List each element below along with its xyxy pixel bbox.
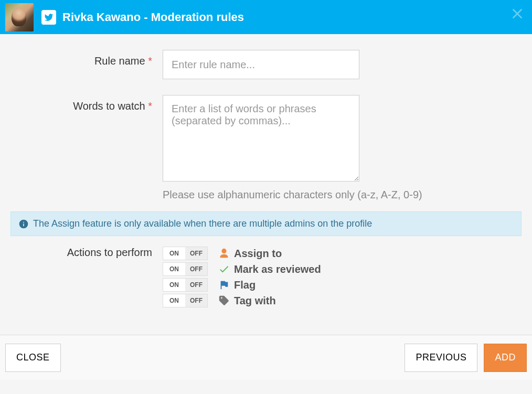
toggle-assign[interactable]: ON OFF [163,247,208,260]
required-asterisk: * [148,100,152,112]
toggle-off[interactable]: OFF [185,279,207,291]
close-icon[interactable] [509,5,526,22]
modal-header: Rivka Kawano - Moderation rules [0,0,532,34]
tag-icon [217,295,231,306]
actions-label: Actions to perform [10,246,163,308]
action-reviewed-label: Mark as reviewed [234,263,321,275]
toggle-tag[interactable]: ON OFF [163,294,208,307]
close-button[interactable]: CLOSE [5,344,61,372]
check-icon [217,263,231,275]
user-icon [217,248,231,259]
words-to-watch-label-text: Words to watch [73,100,145,112]
words-to-watch-input[interactable] [163,95,359,182]
rule-name-input[interactable] [163,50,359,79]
flag-icon [217,279,231,291]
rule-name-label: Rule name * [10,50,163,79]
modal-footer: CLOSE PREVIOUS ADD [0,335,532,380]
action-assign-label: Assign to [234,248,282,260]
modal-title: Rivka Kawano - Moderation rules [62,10,244,24]
twitter-icon [41,10,56,25]
toggle-flag[interactable]: ON OFF [163,278,208,292]
toggle-off[interactable]: OFF [185,247,207,260]
info-bar-text: The Assign feature is only available whe… [33,218,372,229]
toggle-on[interactable]: ON [163,247,185,260]
toggle-reviewed[interactable]: ON OFF [163,262,208,276]
action-row-flag: ON OFF Flag [163,277,321,293]
action-flag-label: Flag [234,279,256,291]
toggle-on[interactable]: ON [163,294,185,307]
words-help-text: Please use alphanumeric characters only … [163,189,519,201]
action-row-tag: ON OFF Tag with [163,293,321,308]
actions-list: ON OFF Assign to ON OFF Mark as reviewed [163,246,321,308]
toggle-off[interactable]: OFF [185,294,207,307]
action-tag-label: Tag with [234,295,276,307]
modal-body: Rule name * Words to watch * Please use … [0,34,532,335]
previous-button[interactable]: PREVIOUS [405,344,477,372]
toggle-on[interactable]: ON [163,263,185,275]
action-row-assign: ON OFF Assign to [163,246,321,261]
rule-name-label-text: Rule name [94,55,145,67]
add-button[interactable]: ADD [484,344,527,372]
action-row-reviewed: ON OFF Mark as reviewed [163,261,321,277]
profile-avatar [5,3,34,31]
required-asterisk: * [148,55,152,67]
info-bar: The Assign feature is only available whe… [10,211,522,236]
info-icon [18,219,29,229]
words-to-watch-label: Words to watch * [10,95,163,184]
toggle-off[interactable]: OFF [185,263,207,275]
toggle-on[interactable]: ON [163,279,185,291]
